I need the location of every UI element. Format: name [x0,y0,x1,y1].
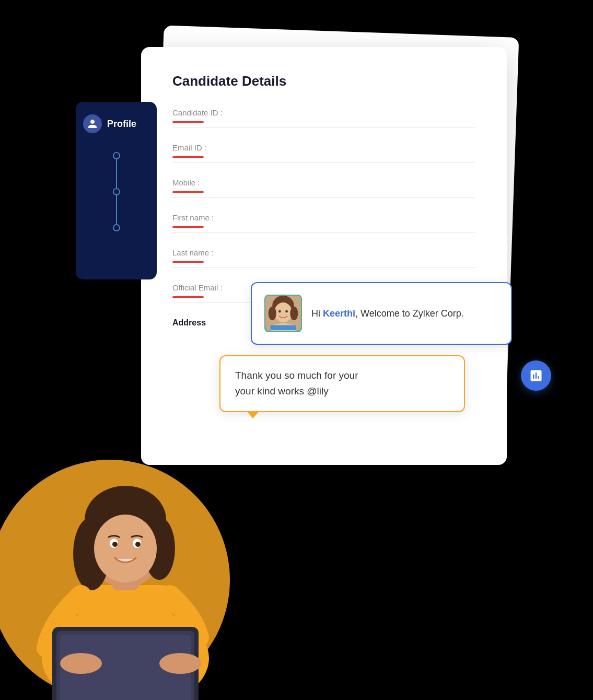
welcome-avatar [264,295,302,332]
line-email-id [172,162,475,162]
svg-point-24 [60,653,102,674]
welcome-prefix: Hi [311,308,323,319]
fab-button[interactable] [521,360,551,391]
svg-point-25 [159,653,201,674]
thankyou-line1: Thank you so much for your [235,368,449,383]
welcome-message: Hi Keerthi, Welcome to Zylker Corp. [311,307,464,321]
welcome-card: Hi Keerthi, Welcome to Zylker Corp. [251,282,512,345]
timeline-dot-1 [113,152,120,159]
timeline-dot-3 [113,224,120,231]
person-illustration [0,428,261,700]
line-last-name [172,267,475,267]
timeline-dot-2 [113,188,120,195]
svg-point-5 [278,310,281,313]
label-last-name: Last name : [172,248,475,257]
label-first-name: First name : [172,213,475,222]
avatar [83,114,102,133]
sidebar-panel: Profile [76,102,157,279]
timeline-line-1 [116,159,117,188]
field-last-name: Last name : [172,248,475,267]
person-svg [0,439,251,700]
svg-point-4 [290,307,298,320]
profile-row: Profile [76,114,157,133]
line-first-name [172,232,475,232]
field-email-id: Email ID : [172,143,475,162]
welcome-suffix: , Welcome to Zylker Corp. [355,308,464,319]
profile-label: Profile [107,119,136,130]
timeline [113,148,120,267]
person-icon [87,119,98,129]
svg-point-2 [274,302,292,322]
underline-first-name [172,226,204,228]
svg-point-3 [269,307,276,320]
welcome-name: Keerthi [323,308,355,319]
timeline-line-2 [116,195,117,224]
label-email-id: Email ID : [172,143,475,152]
avatar-illustration [265,295,301,331]
field-first-name: First name : [172,213,475,232]
underline-email-id [172,156,204,158]
card-title: Candidate Details [172,73,475,89]
thankyou-line2: your kind works @lily [235,383,449,399]
svg-point-19 [112,542,118,547]
field-candidate-id: Candidate ID : [172,108,475,127]
label-mobile: Mobile : [172,178,475,187]
svg-point-6 [285,310,288,313]
underline-candidate-id [172,121,204,123]
line-candidate-id [172,127,475,127]
underline-official-email [172,296,204,298]
underline-last-name [172,261,204,263]
thankyou-card: Thank you so much for your your kind wor… [219,355,465,412]
svg-point-16 [94,515,157,582]
svg-point-20 [135,542,141,547]
scene: Candidate Details Candidate ID : Email I… [0,0,593,700]
underline-mobile [172,191,204,193]
field-mobile: Mobile : [172,178,475,197]
label-candidate-id: Candidate ID : [172,108,475,117]
checklist-icon [529,368,543,383]
line-mobile [172,197,475,197]
svg-rect-8 [270,325,296,330]
